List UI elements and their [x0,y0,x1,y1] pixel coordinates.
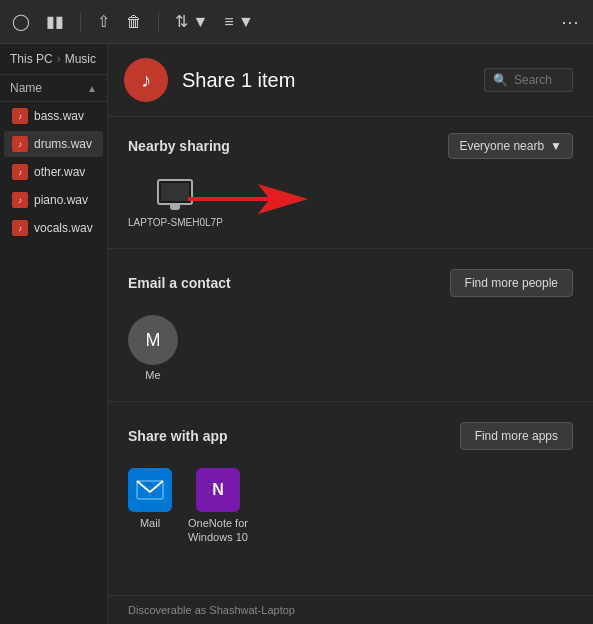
file-item-vocals[interactable]: ♪ vocals.wav [4,215,103,241]
contact-me[interactable]: M Me [128,315,178,381]
file-name-piano: piano.wav [34,193,88,207]
apps-section-header: Share with app Find more apps [128,422,573,450]
file-item-drums[interactable]: ♪ drums.wav [4,131,103,157]
file-name-drums: drums.wav [34,137,92,151]
contact-name: Me [145,369,160,381]
group-icon[interactable]: ≡ ▼ [224,13,254,31]
file-icon-vocals: ♪ [12,220,28,236]
app-onenote[interactable]: N OneNote for Windows 10 [188,468,248,545]
contact-initial: M [146,330,161,351]
email-section-title: Email a contact [128,275,231,291]
file-item-bass[interactable]: ♪ bass.wav [4,103,103,129]
red-arrow-icon [188,179,308,222]
find-apps-button[interactable]: Find more apps [460,422,573,450]
search-box[interactable]: 🔍 [484,68,573,92]
separator2 [158,12,159,32]
file-name-bass: bass.wav [34,109,84,123]
divider1 [108,248,593,249]
apps-row: Mail N OneNote for Windows 10 [128,462,573,553]
share-icon[interactable]: ⇧ [97,12,110,31]
contacts-row: M Me [128,309,573,389]
share-panel: ♪ Share 1 item 🔍 Nearby sharing Everyone… [108,44,593,624]
main-row: This PC › Music Name ▲ ♪ bass.wav ♪ drum… [0,44,593,624]
discoverable-bar: Discoverable as Shashwat-Laptop [108,595,593,624]
search-icon: 🔍 [493,73,508,87]
contact-avatar: M [128,315,178,365]
copy-icon[interactable]: ◯ [12,12,30,31]
mail-icon [128,468,172,512]
share-title: Share 1 item [182,69,295,92]
breadcrumb-music[interactable]: Music [65,52,96,66]
file-name-other: other.wav [34,165,85,179]
divider2 [108,401,593,402]
discoverable-text: Discoverable as Shashwat-Laptop [128,604,295,616]
svg-marker-0 [188,184,308,214]
file-item-other[interactable]: ♪ other.wav [4,159,103,185]
mail-app-label: Mail [140,516,160,530]
file-item-piano[interactable]: ♪ piano.wav [4,187,103,213]
nearby-section-header: Nearby sharing Everyone nearb ▼ [128,133,573,159]
share-header: ♪ Share 1 item 🔍 [108,44,593,117]
file-icon-bass: ♪ [12,108,28,124]
nearby-devices-row: LAPTOP-SMEH0L7P [128,171,573,236]
more-icon[interactable]: ⋯ [561,11,581,33]
breadcrumb-sep: › [57,52,61,66]
app-mail[interactable]: Mail [128,468,172,545]
apps-section-title: Share with app [128,428,228,444]
sidebar-name-header: Name ▲ [0,75,107,102]
panels-icon[interactable]: ▮▮ [46,12,64,31]
sidebar: This PC › Music Name ▲ ♪ bass.wav ♪ drum… [0,44,108,624]
file-icon-drums: ♪ [12,136,28,152]
nearby-section-title: Nearby sharing [128,138,230,154]
email-section-header: Email a contact Find more people [128,269,573,297]
onenote-app-label: OneNote for Windows 10 [188,516,248,545]
toolbar: ◯ ▮▮ ⇧ 🗑 ⇅ ▼ ≡ ▼ ⋯ [0,0,593,44]
dropdown-chevron-icon: ▼ [550,139,562,153]
name-header-label: Name [10,81,87,95]
search-input[interactable] [514,73,564,87]
breadcrumb: This PC › Music [0,44,107,75]
breadcrumb-thispc[interactable]: This PC [10,52,53,66]
file-name-vocals: vocals.wav [34,221,93,235]
dropdown-value: Everyone nearb [459,139,544,153]
onenote-icon: N [196,468,240,512]
find-people-button[interactable]: Find more people [450,269,573,297]
email-section: Email a contact Find more people M Me [108,253,593,397]
file-icon-other: ♪ [12,164,28,180]
sort-chevron-icon[interactable]: ▲ [87,83,97,94]
sort-icon[interactable]: ⇅ ▼ [175,12,208,31]
share-file-icon: ♪ [124,58,168,102]
nearby-dropdown[interactable]: Everyone nearb ▼ [448,133,573,159]
separator1 [80,12,81,32]
delete-icon[interactable]: 🗑 [126,13,142,31]
nearby-section: Nearby sharing Everyone nearb ▼ LAPTOP-S… [108,117,593,244]
apps-section: Share with app Find more apps Mail [108,406,593,561]
file-icon-piano: ♪ [12,192,28,208]
